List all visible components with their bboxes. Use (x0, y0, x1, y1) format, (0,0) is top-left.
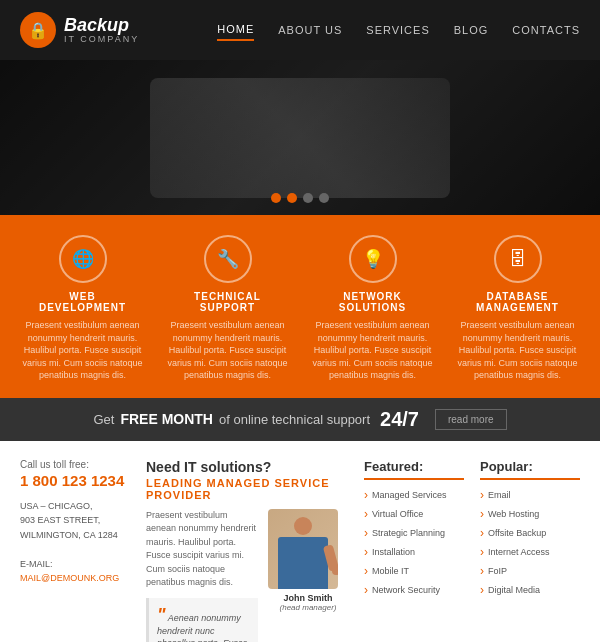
services-row: 🌐 WEBDEVELOPMENT Praesent vestibulum aen… (10, 235, 590, 382)
featured-link-2[interactable]: Virtual Office (364, 507, 464, 521)
email-link[interactable]: MAIL@DEMOUNK.ORG (20, 573, 119, 583)
services-section: 🌐 WEBDEVELOPMENT Praesent vestibulum aen… (0, 215, 600, 398)
nav-services[interactable]: SERVICES (366, 20, 429, 40)
nav-blog[interactable]: BLOG (454, 20, 489, 40)
hero-dots (271, 193, 329, 203)
it-solutions-inner: Praesent vestibulum aenean nonummy hendr… (146, 509, 348, 642)
nav-contacts[interactable]: CONTACTS (512, 20, 580, 40)
service-network-solutions: 💡 NETWORKSOLUTIONS Praesent vestibulum a… (308, 235, 438, 382)
featured-link-5[interactable]: Mobile IT (364, 564, 464, 578)
it-solutions-desc: Praesent vestibulum aenean nonummy hendr… (146, 509, 258, 590)
logo-text: Backup (64, 16, 139, 34)
main-content: Call us toll free: 1 800 123 1234 USA – … (0, 441, 600, 642)
list-item: Strategic Planning (364, 526, 464, 540)
open-quote-icon: " (157, 605, 166, 625)
list-item: Offsite Backup (480, 526, 580, 540)
it-solutions-title: Need IT solutions? (146, 459, 348, 475)
email-label: E-MAIL: (20, 557, 130, 571)
contact-column: Call us toll free: 1 800 123 1234 USA – … (20, 459, 130, 642)
featured-link-1[interactable]: Managed Services (364, 488, 464, 502)
quote-text: Aenean nonummy hendrerit nunc phasellus … (157, 613, 248, 642)
it-solutions-column: Need IT solutions? LEADING MANAGED SERVI… (146, 459, 348, 642)
list-item: Email (480, 488, 580, 502)
person-name: John Smith (268, 593, 348, 603)
popular-link-6[interactable]: Digital Media (480, 583, 580, 597)
list-item: Managed Services (364, 488, 464, 502)
popular-column: Popular: Email Web Hosting Offsite Backu… (480, 459, 580, 642)
popular-title: Popular: (480, 459, 580, 480)
service-technical-support: 🔧 TECHNICALSUPPORT Praesent vestibulum a… (163, 235, 293, 382)
service-web-title: WEBDEVELOPMENT (18, 291, 148, 313)
phone-number: 1 800 123 1234 (20, 472, 130, 489)
header: 🔒 Backup IT COMPANY HOME ABOUT US SERVIC… (0, 0, 600, 60)
service-db-desc: Praesent vestibulum aenean nonummy hendr… (453, 319, 583, 382)
address: USA – CHICAGO, 903 EAST STREET, WILMINGT… (20, 499, 130, 585)
list-item: Mobile IT (364, 564, 464, 578)
popular-link-2[interactable]: Web Hosting (480, 507, 580, 521)
list-item: FoIP (480, 564, 580, 578)
logo: 🔒 Backup IT COMPANY (20, 12, 139, 48)
main-nav: HOME ABOUT US SERVICES BLOG CONTACTS (217, 19, 580, 41)
dot-2[interactable] (287, 193, 297, 203)
popular-link-1[interactable]: Email (480, 488, 580, 502)
featured-list: Managed Services Virtual Office Strategi… (364, 488, 464, 597)
promo-get: Get (93, 412, 114, 427)
list-item: Network Security (364, 583, 464, 597)
dot-1[interactable] (271, 193, 281, 203)
hero-section (0, 60, 600, 215)
promo-of: of online technical support (219, 412, 370, 427)
network-solutions-icon: 💡 (349, 235, 397, 283)
service-tech-title: TECHNICALSUPPORT (163, 291, 293, 313)
person-role: (head manager) (268, 603, 348, 612)
address-street: 903 EAST STREET, (20, 513, 130, 527)
person-area: John Smith (head manager) (268, 509, 348, 642)
address-country: USA – CHICAGO, (20, 499, 130, 513)
featured-link-4[interactable]: Installation (364, 545, 464, 559)
featured-title: Featured: (364, 459, 464, 480)
technical-support-icon: 🔧 (204, 235, 252, 283)
popular-link-5[interactable]: FoIP (480, 564, 580, 578)
web-development-icon: 🌐 (59, 235, 107, 283)
featured-link-6[interactable]: Network Security (364, 583, 464, 597)
logo-sub: IT COMPANY (64, 34, 139, 44)
service-database-management: 🗄 DATABASEMANAGEMENT Praesent vestibulum… (453, 235, 583, 382)
address-city: WILMINGTON, CA 1284 (20, 528, 130, 542)
popular-link-4[interactable]: Internet Access (480, 545, 580, 559)
service-network-title: NETWORKSOLUTIONS (308, 291, 438, 313)
service-db-title: DATABASEMANAGEMENT (453, 291, 583, 313)
it-solutions-text: Praesent vestibulum aenean nonummy hendr… (146, 509, 258, 642)
service-web-development: 🌐 WEBDEVELOPMENT Praesent vestibulum aen… (18, 235, 148, 382)
quote-block: " Aenean nonummy hendrerit nunc phasellu… (146, 598, 258, 642)
nav-about[interactable]: ABOUT US (278, 20, 342, 40)
list-item: Web Hosting (480, 507, 580, 521)
right-columns: Featured: Managed Services Virtual Offic… (364, 459, 580, 642)
dot-4[interactable] (319, 193, 329, 203)
promo-bar: Get FREE MONTH of online technical suppo… (0, 398, 600, 441)
promo-free: FREE MONTH (120, 411, 213, 427)
list-item: Digital Media (480, 583, 580, 597)
service-tech-desc: Praesent vestibulum aenean nonummy hendr… (163, 319, 293, 382)
nav-home[interactable]: HOME (217, 19, 254, 41)
service-web-desc: Praesent vestibulum aenean nonummy hendr… (18, 319, 148, 382)
logo-icon: 🔒 (20, 12, 56, 48)
list-item: Internet Access (480, 545, 580, 559)
list-item: Virtual Office (364, 507, 464, 521)
dot-3[interactable] (303, 193, 313, 203)
popular-link-3[interactable]: Offsite Backup (480, 526, 580, 540)
featured-link-3[interactable]: Strategic Planning (364, 526, 464, 540)
it-solutions-subtitle: LEADING MANAGED SERVICE PROVIDER (146, 477, 348, 501)
promo-hours: 24/7 (380, 408, 419, 431)
call-label: Call us toll free: (20, 459, 130, 470)
popular-list: Email Web Hosting Offsite Backup Interne… (480, 488, 580, 597)
featured-column: Featured: Managed Services Virtual Offic… (364, 459, 464, 642)
list-item: Installation (364, 545, 464, 559)
service-network-desc: Praesent vestibulum aenean nonummy hendr… (308, 319, 438, 382)
person-image (268, 509, 338, 589)
database-management-icon: 🗄 (494, 235, 542, 283)
read-more-button[interactable]: read more (435, 409, 507, 430)
